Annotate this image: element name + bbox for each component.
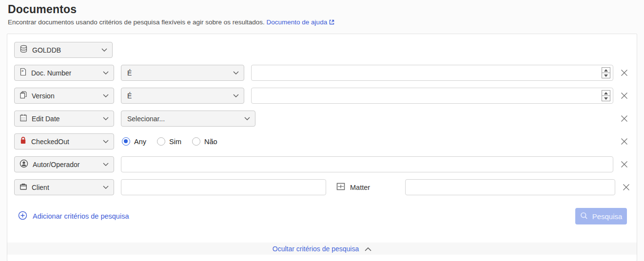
collapse-criteria-bar[interactable]: Ocultar critérios de pesquisa	[7, 242, 637, 255]
calendar-icon	[20, 113, 27, 124]
remove-criteria-button[interactable]	[618, 136, 630, 148]
remove-criteria-button[interactable]	[618, 90, 630, 102]
criteria-row-checkedout: CheckedOut Any Sim Não	[14, 133, 630, 149]
field-selector-edit-date[interactable]: Edit Date	[14, 111, 114, 127]
help-link[interactable]: Documento de ajuda	[267, 19, 335, 26]
radio-option-nao[interactable]: Não	[192, 137, 217, 146]
field-selector-checkedout[interactable]: CheckedOut	[14, 133, 114, 149]
criteria-row-edit-date: Edit Date Selecionar...	[14, 111, 630, 127]
matter-field-label-group: Matter	[336, 182, 370, 193]
database-row: GOLDDB	[14, 42, 630, 58]
external-link-icon	[329, 19, 335, 27]
search-criteria-panel: GOLDDB # Doc. Number É Version É	[7, 34, 637, 261]
chevron-down-icon	[103, 117, 109, 120]
remove-criteria-button[interactable]	[620, 182, 632, 193]
page-subtitle: Encontrar documentos usando critérios de…	[8, 19, 636, 27]
page-subtitle-text: Encontrar documentos usando critérios de…	[8, 19, 265, 26]
matter-label: Matter	[350, 184, 370, 191]
field-selector-version[interactable]: Version	[14, 88, 114, 104]
chevron-down-icon	[103, 71, 109, 75]
date-range-select[interactable]: Selecionar...	[121, 111, 255, 127]
criteria-row-client: Client Matter	[14, 179, 630, 195]
database-selector[interactable]: GOLDDB	[14, 42, 113, 58]
page-header: Documentos Encontrar documentos usando c…	[0, 0, 644, 27]
lock-icon	[20, 136, 27, 147]
criteria-row-doc-number: # Doc. Number É	[14, 65, 630, 81]
version-input[interactable]	[251, 88, 613, 104]
chevron-down-icon	[103, 186, 109, 189]
doc-number-icon: #	[20, 68, 27, 78]
chevron-down-icon	[244, 117, 250, 120]
chevron-down-icon	[101, 48, 107, 52]
criteria-row-autor-operador: Autor/Operador	[14, 156, 630, 172]
field-selector-autor-operador[interactable]: Autor/Operador	[14, 156, 114, 172]
chevron-down-icon	[103, 140, 109, 143]
radio-option-any[interactable]: Any	[122, 137, 146, 146]
operator-select-version[interactable]: É	[121, 88, 244, 104]
criteria-row-version: Version É	[14, 88, 630, 104]
chevron-down-icon	[103, 94, 109, 97]
remove-criteria-button[interactable]	[618, 67, 630, 79]
database-selector-label: GOLDDB	[32, 46, 61, 54]
remove-criteria-button[interactable]	[618, 113, 630, 125]
remove-criteria-button[interactable]	[618, 159, 630, 170]
plus-circle-icon	[18, 211, 27, 222]
briefcase-icon	[20, 183, 27, 192]
matter-icon	[336, 182, 346, 193]
chevron-down-icon	[103, 163, 109, 166]
chevron-down-icon	[233, 71, 239, 75]
version-input-wrap	[251, 88, 613, 104]
autor-operador-input[interactable]	[121, 156, 613, 172]
radio-unselected-icon	[192, 137, 200, 146]
chevron-up-icon	[365, 244, 371, 253]
radio-option-sim[interactable]: Sim	[157, 137, 181, 146]
collapse-criteria-label: Ocultar critérios de pesquisa	[273, 245, 359, 253]
number-stepper[interactable]	[602, 67, 610, 78]
radio-selected-icon	[122, 137, 130, 146]
person-icon	[20, 159, 28, 170]
add-criteria-link[interactable]: Adicionar critérios de pesquisa	[18, 211, 129, 222]
client-input[interactable]	[121, 179, 326, 195]
doc-number-input-wrap	[251, 65, 613, 81]
operator-select-doc-number[interactable]: É	[121, 65, 244, 81]
search-icon	[580, 212, 588, 221]
field-selector-client[interactable]: Client	[14, 179, 114, 195]
radio-unselected-icon	[157, 137, 165, 146]
doc-number-input[interactable]	[251, 65, 613, 81]
page-title: Documentos	[8, 3, 636, 16]
matter-input[interactable]	[405, 179, 615, 195]
database-icon	[20, 45, 28, 55]
search-button[interactable]: Pesquisa	[575, 208, 627, 224]
number-stepper[interactable]	[602, 90, 610, 101]
field-selector-doc-number[interactable]: # Doc. Number	[14, 65, 114, 81]
chevron-down-icon	[233, 94, 239, 97]
checkedout-radio-group: Any Sim Não	[122, 137, 217, 146]
versions-icon	[20, 91, 27, 101]
actions-row: Adicionar critérios de pesquisa Pesquisa	[14, 208, 630, 224]
